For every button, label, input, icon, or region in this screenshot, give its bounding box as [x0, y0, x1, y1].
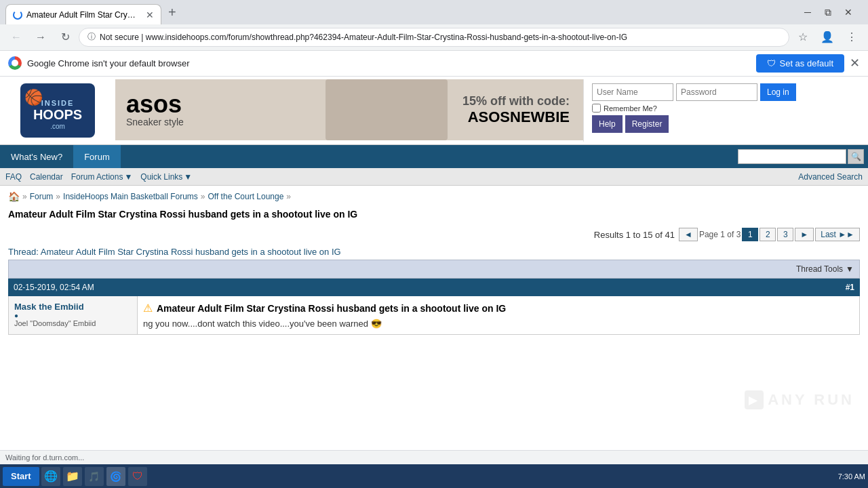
login-button[interactable]: Log in: [760, 83, 796, 101]
dropdown-arrow-icon: ▼: [124, 172, 132, 182]
whats-new-button[interactable]: What's New?: [0, 145, 73, 168]
post-online-status: ●: [14, 312, 132, 319]
breadcrumb-sep-1: »: [22, 192, 27, 201]
taskbar-security-icon[interactable]: 🛡: [128, 467, 147, 486]
restore-button[interactable]: ⧉: [819, 3, 837, 21]
active-tab[interactable]: Amateur Adult Film Star Crystina Ro... ✕: [5, 4, 161, 24]
post-warning-icon: ⚠: [143, 302, 153, 314]
faq-link[interactable]: FAQ: [5, 172, 22, 182]
breadcrumb-forum[interactable]: Forum: [30, 192, 54, 201]
page-1-button[interactable]: 1: [742, 228, 758, 241]
post-role: Joel "Doomsday" Embiid: [14, 319, 132, 327]
thread-label-prefix: Thread:: [8, 247, 39, 257]
post-username[interactable]: Mask the Embiid: [14, 302, 132, 312]
page-3-button[interactable]: 3: [777, 228, 793, 241]
thread-tools-arrow-icon: ▼: [846, 264, 854, 274]
thread-title-link[interactable]: Amateur Adult Film Star Crystina Rossi h…: [41, 247, 341, 257]
shield-icon: 🛡: [767, 58, 776, 68]
taskbar-media-icon[interactable]: 🎵: [85, 467, 104, 486]
post-title: Amateur Adult Film Star Crystina Rossi h…: [157, 303, 506, 314]
address-url: Not secure | www.insidehoops.com/forum/s…: [100, 33, 781, 42]
quick-links-arrow-icon: ▼: [184, 172, 192, 182]
taskbar-time: 7:30 AM: [838, 472, 865, 481]
home-icon[interactable]: 🏠: [8, 191, 20, 202]
taskbar-folder-icon[interactable]: 📁: [63, 467, 82, 486]
bookmark-button[interactable]: ☆: [792, 26, 814, 48]
ad-brand: asos: [126, 92, 184, 117]
status-text: Waiting for d.turn.com...: [5, 453, 84, 462]
ad-offer: 15% off with code:: [462, 94, 570, 108]
forum-button[interactable]: Forum: [73, 145, 121, 168]
results-text: Results 1 to 15 of 41: [594, 230, 675, 240]
breadcrumb-subforum[interactable]: Off the Court Lounge: [208, 192, 284, 201]
taskbar-chrome-icon[interactable]: 🌀: [106, 467, 125, 486]
register-button[interactable]: Register: [625, 115, 669, 133]
thread-tools-button[interactable]: Thread Tools ▼: [796, 264, 854, 274]
advanced-search-link[interactable]: Advanced Search: [798, 172, 863, 182]
basketball-icon: 🏀: [24, 89, 43, 106]
logo-com: .com: [33, 123, 82, 130]
start-button[interactable]: Start: [3, 467, 39, 486]
logo-hoops: HOOPS: [33, 107, 82, 123]
close-button[interactable]: ✕: [840, 3, 857, 21]
breadcrumb-sep-3: »: [201, 192, 205, 201]
tab-close-icon[interactable]: ✕: [146, 9, 154, 20]
notification-close-button[interactable]: ✕: [850, 56, 860, 70]
post-date: 02-15-2019, 02:54 AM: [14, 283, 94, 292]
security-icon: ⓘ: [87, 31, 96, 43]
chrome-logo: [8, 56, 22, 70]
back-button[interactable]: ←: [5, 26, 27, 48]
minimize-button[interactable]: ─: [799, 3, 816, 21]
forum-search-button[interactable]: 🔍: [848, 149, 864, 164]
remember-me-checkbox[interactable]: [592, 104, 601, 113]
tab-title: Amateur Adult Film Star Crystina Ro...: [26, 10, 139, 20]
notification-text: Google Chrome isn't your default browser: [27, 58, 751, 68]
profile-button[interactable]: 👤: [816, 26, 838, 48]
calendar-link[interactable]: Calendar: [30, 172, 63, 182]
ad-tagline: Sneaker style: [126, 117, 184, 127]
forward-button[interactable]: →: [30, 26, 52, 48]
menu-button[interactable]: ⋮: [841, 26, 863, 48]
username-input[interactable]: [592, 83, 673, 101]
reload-button[interactable]: ↻: [54, 26, 76, 48]
loading-spinner: [13, 10, 22, 20]
forum-search-input[interactable]: [738, 149, 846, 164]
prev-page-button[interactable]: ◄: [679, 228, 698, 241]
new-tab-button[interactable]: +: [161, 3, 183, 22]
breadcrumb-sep-4: »: [286, 192, 291, 201]
next-page-button[interactable]: ►: [795, 228, 814, 241]
post-text: ng you now....dont watch this video....y…: [143, 319, 854, 329]
breadcrumb-sep-2: »: [56, 192, 60, 201]
ad-code: ASOSNEWBIE: [462, 108, 570, 126]
breadcrumb-main[interactable]: InsideHoops Main Basketball Forums: [63, 192, 198, 201]
page-2-button[interactable]: 2: [760, 228, 776, 241]
watermark-play-icon: ▶: [745, 390, 764, 409]
password-input[interactable]: [676, 83, 757, 101]
forum-actions-dropdown[interactable]: Forum Actions ▼: [71, 172, 133, 182]
post-number: #1: [846, 283, 854, 292]
taskbar-ie-icon[interactable]: 🌐: [41, 467, 60, 486]
thread-title: Amateur Adult Film Star Crystina Rossi h…: [0, 207, 868, 225]
watermark-text: ANY RUN: [768, 391, 854, 409]
site-logo[interactable]: 🏀 INSIDE HOOPS .com: [20, 83, 95, 138]
quick-links-dropdown[interactable]: Quick Links ▼: [140, 172, 192, 182]
page-label: Page 1 of 3: [699, 230, 741, 239]
last-page-button[interactable]: Last ►►: [815, 228, 860, 241]
remember-me-label: Remember Me?: [604, 104, 657, 113]
help-button[interactable]: Help: [592, 115, 623, 133]
set-default-button[interactable]: 🛡 Set as default: [756, 54, 845, 73]
